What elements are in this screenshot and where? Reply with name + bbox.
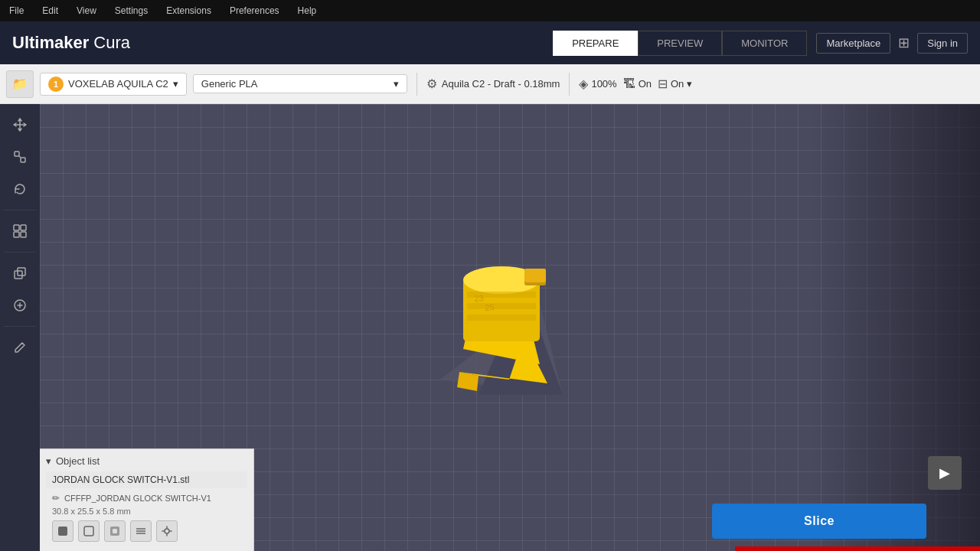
infill-percent: 100% xyxy=(591,78,616,90)
tool-separator-1 xyxy=(4,210,36,210)
settings-icon: ⚙ xyxy=(426,77,437,91)
svg-rect-4 xyxy=(21,225,26,230)
3d-model: 23 25 xyxy=(417,227,586,410)
logo-cura: Cura xyxy=(93,33,130,53)
marketplace-button[interactable]: Marketplace xyxy=(816,33,890,54)
nav-tabs: PREPARE PREVIEW MONITOR xyxy=(553,31,807,56)
infill-icon: ◈ xyxy=(579,77,588,91)
title-bar: File Edit View Settings Extensions Prefe… xyxy=(0,0,980,21)
printer-badge: 1 xyxy=(48,77,64,92)
material-select[interactable]: Generic PLA ▾ xyxy=(193,74,407,93)
view-xray-icon[interactable] xyxy=(104,520,126,542)
tool-separator-2 xyxy=(4,252,36,253)
tool-support[interactable] xyxy=(5,291,34,320)
sub-item-icon: ✏ xyxy=(52,493,60,504)
left-toolbar xyxy=(0,104,40,551)
svg-point-34 xyxy=(165,529,169,533)
play-button[interactable]: ▶ xyxy=(928,456,962,490)
open-folder-button[interactable]: 📁 xyxy=(6,70,34,98)
object-list-label: Object list xyxy=(56,455,100,467)
svg-rect-1 xyxy=(21,158,25,162)
support-icon-2: ⊟ xyxy=(658,77,668,91)
svg-rect-27 xyxy=(58,527,67,536)
view-solid-icon[interactable] xyxy=(52,520,74,542)
settings-group[interactable]: ⚙ Aquila C2 - Draft - 0.18mm xyxy=(426,77,560,91)
main-content: 23 25 ▶ ▾ Object list JORDAN GLOCK SWITC… xyxy=(0,104,980,551)
infill-group[interactable]: ◈ 100% xyxy=(579,77,616,91)
viewport[interactable]: 23 25 ▶ ▾ Object list JORDAN GLOCK SWITC… xyxy=(40,104,980,551)
top-bar: Ultimaker Cura PREPARE PREVIEW MONITOR M… xyxy=(0,21,980,64)
folder-icon: 📁 xyxy=(12,77,28,91)
menu-help[interactable]: Help xyxy=(295,4,320,18)
supports-group-2[interactable]: ⊟ On ▾ xyxy=(658,77,692,91)
tool-edit[interactable] xyxy=(5,333,34,362)
toolbar-bar: 📁 1 VOXELAB AQUILA C2 ▾ Generic PLA ▾ ⚙ … xyxy=(0,64,980,104)
view-layer-icon[interactable] xyxy=(130,520,152,542)
svg-line-2 xyxy=(19,156,21,158)
play-area: ▶ xyxy=(928,456,962,490)
support-icon-1: 🏗 xyxy=(623,77,635,91)
bottom-icons xyxy=(46,517,247,545)
menu-edit[interactable]: Edit xyxy=(39,4,61,18)
svg-text:25: 25 xyxy=(485,302,495,312)
view-settings-icon[interactable] xyxy=(156,520,178,542)
support-label-1: On xyxy=(639,78,652,90)
object-sub-item-0: ✏ CFFFP_JORDAN GLOCK SWITCH-V1 xyxy=(46,491,247,505)
object-list-header[interactable]: ▾ Object list xyxy=(46,455,247,467)
menu-preferences[interactable]: Preferences xyxy=(227,4,283,18)
menu-settings[interactable]: Settings xyxy=(112,4,151,18)
app-logo: Ultimaker Cura xyxy=(12,33,544,53)
tool-move[interactable] xyxy=(5,110,34,139)
svg-rect-7 xyxy=(15,271,22,279)
tool-arrange[interactable] xyxy=(5,217,34,246)
svg-rect-8 xyxy=(18,268,25,276)
svg-rect-6 xyxy=(21,232,26,237)
svg-text:23: 23 xyxy=(474,293,484,303)
slice-button[interactable]: Slice xyxy=(712,504,926,539)
object-list-collapse-icon: ▾ xyxy=(46,455,51,467)
view-wireframe-icon[interactable] xyxy=(78,520,100,542)
tool-multiply[interactable] xyxy=(5,259,34,288)
menu-file[interactable]: File xyxy=(6,4,27,18)
material-name: Generic PLA xyxy=(201,78,258,90)
menu-extensions[interactable]: Extensions xyxy=(163,4,214,18)
tool-rotate[interactable] xyxy=(5,174,34,204)
signin-button[interactable]: Sign in xyxy=(917,33,968,54)
supports-group-1[interactable]: 🏗 On xyxy=(623,77,652,91)
toolbar-divider-1 xyxy=(416,73,417,96)
slice-area: Slice xyxy=(712,504,926,539)
sub-item-label: CFFFP_JORDAN GLOCK SWITCH-V1 xyxy=(64,494,211,503)
tool-scale[interactable] xyxy=(5,142,34,171)
printer-select[interactable]: 1 VOXELAB AQUILA C2 ▾ xyxy=(40,73,187,96)
menu-view[interactable]: View xyxy=(74,4,100,18)
top-right: Marketplace ⊞ Sign in xyxy=(816,33,968,54)
play-icon: ▶ xyxy=(939,465,950,481)
logo-ultimaker: Ultimaker xyxy=(12,33,89,53)
bottom-red-bar xyxy=(735,546,980,551)
svg-rect-22 xyxy=(524,269,546,282)
material-dropdown-arrow: ▾ xyxy=(394,78,399,90)
svg-rect-20 xyxy=(467,315,536,321)
svg-rect-0 xyxy=(15,152,19,156)
supports-dropdown-arrow: ▾ xyxy=(687,78,692,90)
tab-prepare[interactable]: PREPARE xyxy=(553,31,638,56)
support-label-2: On xyxy=(671,78,684,90)
svg-rect-3 xyxy=(14,225,19,230)
dimensions-text: 30.8 x 25.5 x 5.8 mm xyxy=(46,505,247,517)
svg-rect-19 xyxy=(467,303,536,309)
svg-rect-30 xyxy=(113,529,117,533)
settings-label: Aquila C2 - Draft - 0.18mm xyxy=(442,78,560,90)
tool-separator-3 xyxy=(4,326,36,327)
printer-name: VOXELAB AQUILA C2 xyxy=(68,78,168,90)
bottom-panel: ▾ Object list JORDAN GLOCK SWITCH-V1.stl… xyxy=(40,448,254,551)
tab-preview[interactable]: PREVIEW xyxy=(638,31,722,56)
object-list-item-0[interactable]: JORDAN GLOCK SWITCH-V1.stl xyxy=(46,471,247,488)
svg-rect-28 xyxy=(84,527,93,536)
toolbar-divider-2 xyxy=(569,73,570,96)
grid-icon[interactable]: ⊞ xyxy=(898,34,910,51)
tab-monitor[interactable]: MONITOR xyxy=(722,31,807,56)
svg-rect-5 xyxy=(14,232,19,237)
printer-dropdown-arrow: ▾ xyxy=(173,78,178,90)
